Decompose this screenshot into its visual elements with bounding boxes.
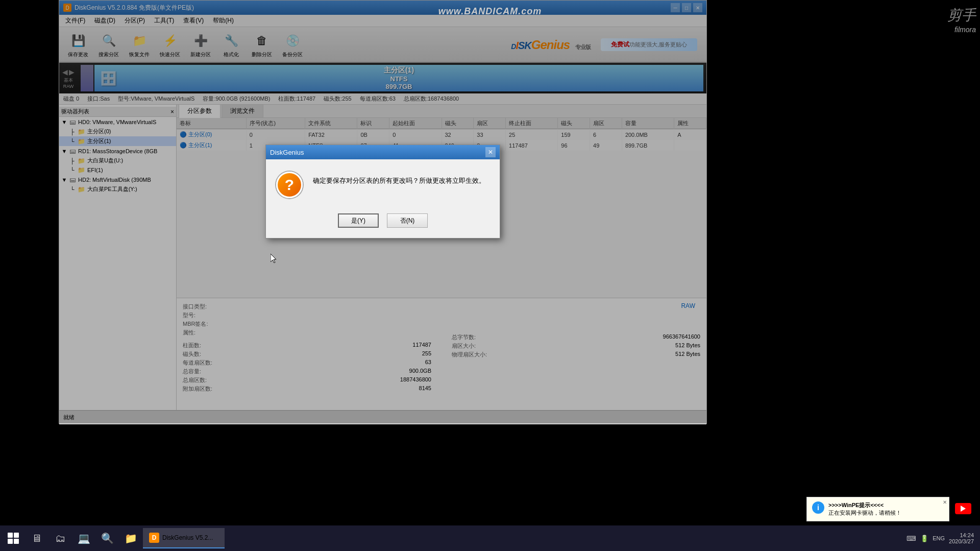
dialog-title-bar: DiskGenius ✕ xyxy=(266,145,500,159)
date-display: 2020/3/27 xyxy=(949,538,974,544)
winpe-text: >>>>WinPE提示<<<< 正在安装网卡驱动，请稍候！ xyxy=(828,501,901,517)
taskbar-icon-2: 💻 xyxy=(78,532,90,544)
bandicam-watermark: www.BANDICAM.com xyxy=(438,6,542,17)
start-button[interactable] xyxy=(2,527,24,549)
youtube-icon[interactable] xyxy=(951,497,975,520)
dialog: DiskGenius ✕ ? 确定要保存对分区表的所有更改吗？所做更改将立即生效… xyxy=(265,145,500,238)
winpe-title: >>>>WinPE提示<<<< xyxy=(828,502,884,508)
taskbar-btn-0[interactable]: 🖥 xyxy=(26,528,48,548)
taskbar-btn-2[interactable]: 💻 xyxy=(72,528,95,548)
taskbar: 🖥 🗂 💻 🔍 📁 D DiskGenius V5.2... ⌨ 🔋 ENG 1… xyxy=(0,525,980,551)
filmora-watermark: 剪手 filmora xyxy=(947,5,976,35)
dialog-yes-button[interactable]: 是(Y) xyxy=(338,213,379,228)
dialog-body: ? 确定要保存对分区表的所有更改吗？所做更改将立即生效。 xyxy=(266,159,500,208)
dialog-title-text: DiskGenius xyxy=(270,149,304,156)
winpe-info-icon: i xyxy=(812,501,824,514)
battery-icon: 🔋 xyxy=(920,535,928,542)
time-display: 14:24 xyxy=(949,532,974,538)
dialog-close-button[interactable]: ✕ xyxy=(485,147,496,157)
taskbar-active-app[interactable]: D DiskGenius V5.2... xyxy=(143,528,225,548)
taskbar-btn-3[interactable]: 🔍 xyxy=(96,528,118,548)
clock: 14:24 2020/3/27 xyxy=(949,532,974,544)
active-app-icon: D xyxy=(149,533,159,543)
dialog-question-icon: ? xyxy=(276,172,303,198)
language-label: ENG xyxy=(933,535,945,541)
youtube-play-icon xyxy=(955,503,971,514)
winpe-message: 正在安装网卡驱动，请稍候！ xyxy=(828,509,901,517)
keyboard-icon: ⌨ xyxy=(906,535,916,542)
active-app-label: DiskGenius V5.2... xyxy=(162,534,213,541)
bandicam-text: www.BANDICAM.com xyxy=(438,6,542,16)
dialog-overlay: DiskGenius ✕ ? 确定要保存对分区表的所有更改吗？所做更改将立即生效… xyxy=(59,1,706,423)
taskbar-btn-4[interactable]: 📁 xyxy=(119,528,142,548)
taskbar-icon-4: 📁 xyxy=(125,532,137,544)
winpe-notification: ✕ i >>>>WinPE提示<<<< 正在安装网卡驱动，请稍候！ xyxy=(806,497,949,521)
taskbar-icon-3: 🔍 xyxy=(101,532,114,544)
taskbar-btn-1[interactable]: 🗂 xyxy=(49,528,71,548)
app-window: D DiskGenius V5.2.0.884 免费版(单文件PE版) ─ □ … xyxy=(59,0,707,424)
taskbar-right: ⌨ 🔋 ENG 14:24 2020/3/27 xyxy=(906,532,978,544)
winpe-close-button[interactable]: ✕ xyxy=(943,499,947,505)
windows-logo-icon xyxy=(8,533,19,544)
taskbar-icon-0: 🖥 xyxy=(32,533,42,544)
taskbar-icon-1: 🗂 xyxy=(55,533,65,544)
dialog-message: 确定要保存对分区表的所有更改吗？所做更改将立即生效。 xyxy=(313,172,489,186)
dialog-buttons: 是(Y) 否(N) xyxy=(266,208,500,238)
dialog-no-button[interactable]: 否(N) xyxy=(387,213,428,228)
